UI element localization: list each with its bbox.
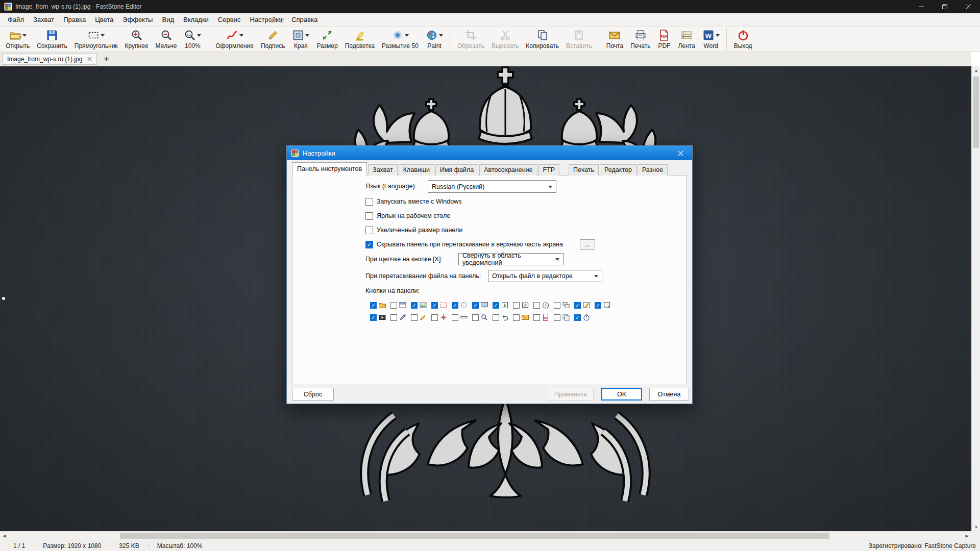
menu-colors[interactable]: Цвета bbox=[90, 14, 118, 25]
checkbox[interactable] bbox=[533, 302, 540, 309]
checkbox[interactable] bbox=[574, 302, 581, 309]
checkbox[interactable] bbox=[390, 302, 397, 309]
panel-btn-delay[interactable] bbox=[533, 301, 554, 309]
panel-btn-layers[interactable] bbox=[554, 313, 574, 321]
panel-btn-recorder[interactable] bbox=[370, 313, 390, 321]
drop-action-select[interactable]: Открыть файл в редакторе bbox=[488, 270, 602, 282]
draw-button[interactable]: Оформление bbox=[212, 28, 257, 51]
minimize-button[interactable] bbox=[910, 0, 933, 13]
panel-btn-undo[interactable] bbox=[493, 313, 513, 321]
more-options-button[interactable]: ... bbox=[580, 239, 595, 250]
menu-view[interactable]: Вид bbox=[157, 14, 179, 25]
open-button[interactable]: Открыть bbox=[2, 28, 33, 51]
checkbox[interactable] bbox=[554, 314, 560, 321]
panel-btn-freehand[interactable] bbox=[452, 301, 472, 309]
copy-button[interactable]: Копировать bbox=[522, 28, 562, 51]
reset-button[interactable]: Сброс bbox=[292, 388, 334, 400]
exit-button[interactable]: Выход bbox=[730, 28, 756, 51]
checkbox[interactable] bbox=[431, 314, 438, 321]
zoom-100-button[interactable]: 1:1 100% bbox=[180, 28, 208, 51]
caption-button[interactable]: Подпись bbox=[257, 28, 289, 51]
dropdown-caret-icon[interactable] bbox=[439, 34, 443, 37]
save-button[interactable]: Сохранить bbox=[33, 28, 71, 51]
horizontal-scroll-thumb[interactable] bbox=[120, 533, 829, 539]
panel-btn-line[interactable] bbox=[452, 313, 472, 321]
checkbox[interactable] bbox=[370, 302, 377, 309]
dialog-close-button[interactable] bbox=[673, 147, 688, 159]
cut-button[interactable]: Вырезать bbox=[488, 28, 522, 51]
pdf-button[interactable]: PDF PDF bbox=[654, 28, 674, 51]
menu-tools[interactable]: Сервис bbox=[213, 14, 246, 25]
file-tab[interactable]: Image_from_wp-s.ru (1).jpg bbox=[2, 53, 97, 65]
panel-btn-magnifier[interactable] bbox=[472, 313, 493, 321]
blur-button[interactable]: Размытие 50 bbox=[378, 28, 422, 51]
panel-btn-color-picker[interactable] bbox=[390, 313, 411, 321]
print-button[interactable]: Печать bbox=[627, 28, 654, 51]
panel-btn-active-window[interactable] bbox=[411, 301, 431, 309]
highlight-button[interactable]: Подсветка bbox=[341, 28, 378, 51]
panel-btn-pdf[interactable]: PDF bbox=[533, 313, 554, 321]
ok-button[interactable]: OK bbox=[601, 388, 642, 400]
dropdown-caret-icon[interactable] bbox=[239, 34, 243, 37]
dialog-tab-toolbar-panel[interactable]: Панель инструментов bbox=[292, 162, 367, 176]
paste-button[interactable]: Вставить bbox=[562, 28, 599, 51]
dropdown-caret-icon[interactable] bbox=[22, 34, 27, 37]
menu-capture[interactable]: Захват bbox=[29, 14, 59, 25]
panel-btn-rectangle[interactable] bbox=[431, 301, 452, 309]
checkbox[interactable] bbox=[411, 314, 418, 321]
vertical-scroll-thumb[interactable] bbox=[973, 77, 979, 148]
panel-btn-editor[interactable] bbox=[574, 301, 595, 309]
dropdown-caret-icon[interactable] bbox=[197, 34, 201, 37]
rectangle-select-button[interactable]: Прямоугольник bbox=[71, 28, 121, 51]
checkbox[interactable] bbox=[472, 314, 479, 321]
panel-btn-crosshair[interactable] bbox=[431, 313, 452, 321]
menu-help[interactable]: Справка bbox=[287, 14, 322, 25]
dialog-tab-filename[interactable]: Имя файла bbox=[435, 164, 478, 176]
scroll-right-icon[interactable]: ▶ bbox=[963, 532, 971, 540]
undo-icon[interactable] bbox=[268, 16, 276, 26]
dialog-tab-print[interactable]: Печать bbox=[569, 164, 599, 176]
menu-effects[interactable]: Эффекты bbox=[118, 14, 157, 25]
checkbox-hide-panel-on-drag[interactable]: Скрывать панель при перетаскивании в вер… bbox=[365, 240, 595, 249]
panel-btn-dual-image[interactable] bbox=[554, 301, 574, 309]
checkbox[interactable] bbox=[472, 302, 479, 309]
checkbox[interactable] bbox=[370, 314, 377, 321]
panel-btn-window[interactable] bbox=[390, 301, 411, 309]
checkbox[interactable] bbox=[574, 314, 581, 321]
panel-btn-timer[interactable] bbox=[574, 313, 595, 321]
dropdown-caret-icon[interactable] bbox=[305, 34, 309, 37]
checkbox[interactable] bbox=[493, 314, 499, 321]
checkbox[interactable] bbox=[411, 302, 418, 309]
cancel-button[interactable]: Отмена bbox=[649, 388, 689, 400]
apply-button[interactable]: Применить bbox=[548, 388, 594, 400]
close-button[interactable] bbox=[957, 0, 980, 13]
panel-btn-email[interactable] bbox=[513, 313, 533, 321]
zoom-in-button[interactable]: Крупнее bbox=[121, 28, 152, 51]
horizontal-scrollbar[interactable]: ◀ ▶ bbox=[0, 531, 971, 540]
dialog-tab-editor[interactable]: Редактор bbox=[600, 164, 636, 176]
checkbox[interactable] bbox=[365, 212, 373, 220]
menu-file[interactable]: Файл bbox=[3, 14, 29, 25]
checkbox[interactable] bbox=[452, 314, 458, 321]
crop-button[interactable]: Обрезать bbox=[454, 28, 488, 51]
dialog-tab-ftp[interactable]: FTP bbox=[538, 164, 560, 176]
checkbox[interactable] bbox=[365, 198, 373, 206]
redo-icon[interactable] bbox=[278, 16, 286, 26]
tab-close-icon[interactable] bbox=[87, 56, 92, 63]
checkbox[interactable] bbox=[513, 314, 520, 321]
checkbox[interactable] bbox=[533, 314, 540, 321]
menu-tabs[interactable]: Вкладки bbox=[179, 14, 213, 25]
dropdown-caret-icon[interactable] bbox=[405, 34, 409, 37]
paint-button[interactable]: Paint bbox=[422, 28, 450, 51]
scroll-up-icon[interactable]: ▲ bbox=[972, 66, 980, 74]
ribbon-button[interactable]: Лента bbox=[674, 28, 698, 51]
zoom-out-button[interactable]: Мельче bbox=[152, 28, 181, 51]
menu-edit[interactable]: Правка bbox=[59, 14, 90, 25]
hidden-panel-indicator[interactable] bbox=[2, 297, 5, 300]
checkbox[interactable] bbox=[365, 241, 373, 248]
language-select[interactable]: Russian (Русский) bbox=[428, 180, 556, 193]
panel-btn-pen[interactable] bbox=[411, 313, 431, 321]
panel-btn-open[interactable] bbox=[370, 301, 390, 309]
restore-button[interactable] bbox=[933, 0, 957, 13]
checkbox[interactable] bbox=[365, 227, 373, 234]
